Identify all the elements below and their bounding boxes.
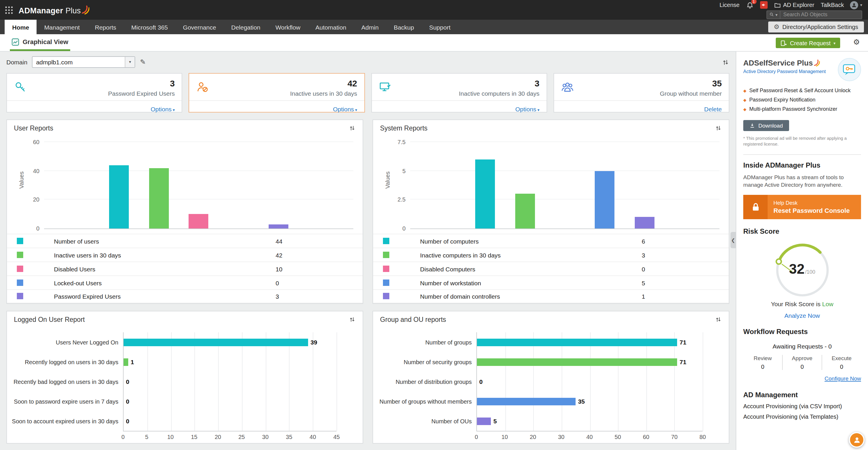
graphical-view-tab[interactable]: Graphical View: [10, 34, 70, 51]
sidebar-collapse-handle[interactable]: ❮: [731, 232, 736, 248]
x-tick-label: 5: [145, 434, 148, 440]
refresh-icon[interactable]: [715, 125, 722, 132]
tab-workflow[interactable]: Workflow: [268, 20, 308, 34]
tab-reports[interactable]: Reports: [87, 20, 124, 34]
chart-legend: Number of computers6Inactive computers i…: [373, 234, 729, 303]
bar-slot: [595, 142, 615, 228]
tab-home[interactable]: Home: [5, 20, 36, 34]
tab-governance[interactable]: Governance: [176, 20, 224, 34]
legend-value: 0: [642, 265, 729, 272]
tab-backup[interactable]: Backup: [386, 20, 422, 34]
ad-management-link-account-provisioning-via-templates[interactable]: Account Provisioning (via Templates): [743, 414, 861, 420]
legend-swatch-cell: [17, 291, 54, 301]
refresh-icon[interactable]: [715, 316, 722, 323]
app-launcher-icon[interactable]: [5, 5, 13, 14]
workflow-column-label: Execute: [822, 355, 861, 361]
talkback-link[interactable]: TalkBack: [821, 2, 844, 8]
bar-inactive-computers-in-30-days[interactable]: [515, 194, 535, 228]
bar-number-of-computers[interactable]: [475, 159, 495, 228]
card-action-link[interactable]: Options ▾: [151, 105, 175, 112]
floating-user-button[interactable]: [849, 432, 865, 448]
bar-recently-logged-on-users-in-30-days[interactable]: [124, 358, 128, 366]
refresh-dashboard-icon[interactable]: [722, 58, 729, 66]
bar-number-of-users[interactable]: [109, 165, 129, 228]
card-action-link[interactable]: Options ▾: [515, 105, 539, 112]
reset-password-console-label: Reset Password Console: [773, 207, 861, 214]
promo-feature-list: ◆Self Password Reset & Self Account Unlo…: [743, 88, 861, 112]
tab-management[interactable]: Management: [36, 20, 87, 34]
refresh-icon[interactable]: [349, 316, 356, 323]
bar-number-of-security-groups[interactable]: [477, 358, 677, 366]
ad-explorer-link[interactable]: AD Explorer: [774, 1, 814, 8]
inactive-user-icon: [196, 81, 209, 93]
bar-number-of-ous[interactable]: [477, 417, 491, 425]
page-settings-gear-icon[interactable]: ⚙: [853, 38, 860, 46]
tab-admin[interactable]: Admin: [354, 20, 386, 34]
configure-now-link[interactable]: Configure Now: [743, 375, 861, 382]
license-link[interactable]: License: [719, 2, 740, 8]
summary-card-inactive-computers-in-30-days: 3Inactive computers in 30 daysOptions ▾: [371, 73, 547, 112]
chart-row-soon-to-account-expired-users-in-30-days: Soon to account expired users in 30 days…: [124, 411, 337, 431]
legend-swatch: [17, 237, 23, 244]
analyze-now-link[interactable]: Analyze Now: [743, 312, 861, 319]
tab-delegation[interactable]: Delegation: [224, 20, 268, 34]
diamond-bullet-icon: ◆: [743, 97, 746, 103]
directory-application-settings-button[interactable]: ⚙ Directory/Application Settings: [768, 22, 864, 32]
legend-row: Number of domain controllers1: [373, 289, 729, 303]
category-label: Users Never Logged On: [56, 339, 118, 345]
bar-number-of-groups-without-members[interactable]: [477, 397, 576, 405]
risk-level: Low: [822, 300, 834, 307]
bar-password-expired-users[interactable]: [269, 224, 288, 228]
x-tick-label: 10: [501, 434, 508, 440]
bar-number-of-groups[interactable]: [477, 339, 677, 346]
logo-swoosh-icon: [814, 59, 820, 68]
tab-automation[interactable]: Automation: [308, 20, 354, 34]
bar-number-of-workstation[interactable]: [595, 171, 615, 228]
bar-disabled-users[interactable]: [189, 214, 209, 228]
refresh-icon[interactable]: [349, 125, 356, 132]
help-desk-banner[interactable]: Help Desk Reset Password Console: [743, 195, 861, 219]
edit-domain-icon[interactable]: ✎: [140, 59, 146, 66]
ad-management-link-account-provisioning-via-csv-import[interactable]: Account Provisioning (via CSV Import): [743, 403, 861, 409]
help-desk-banner-text: Help Desk Reset Password Console: [768, 195, 861, 219]
legend-swatch: [383, 279, 389, 286]
panel-title: User Reports: [14, 125, 53, 132]
legend-swatch: [383, 237, 389, 244]
y-tick-label: 60: [33, 139, 39, 145]
app-logo[interactable]: ADManager Plus: [19, 4, 89, 15]
card-action-link[interactable]: Options ▾: [333, 105, 357, 112]
risk-score-denominator: /100: [805, 269, 815, 275]
ad-management-title: AD Management: [743, 391, 861, 399]
workflow-column-execute: Execute0: [822, 355, 861, 370]
announcement-icon[interactable]: [760, 1, 767, 9]
help-desk-label: Help Desk: [773, 200, 861, 206]
x-tick-label: 45: [333, 434, 340, 440]
bar-number-of-domain-controllers[interactable]: [635, 217, 654, 228]
bar-chart-horizontal: Number of groups71Number of security gro…: [373, 326, 729, 443]
workflow-column-label: Review: [743, 355, 782, 361]
promo-feature-text: Password Expiry Notification: [749, 97, 815, 103]
download-button[interactable]: Download: [743, 120, 789, 131]
domain-select[interactable]: admplb1.com ▾: [32, 56, 135, 68]
notifications-bell-icon[interactable]: 1: [746, 1, 753, 9]
adssp-title[interactable]: ADSelfService Plus: [743, 58, 826, 67]
tab-support[interactable]: Support: [422, 20, 458, 34]
user-menu[interactable]: ▾: [850, 1, 862, 9]
legend-value: 44: [276, 237, 363, 245]
search-input[interactable]: [780, 11, 862, 18]
bar-inactive-users-in-30-days[interactable]: [149, 168, 168, 228]
workflow-column-review: Review0: [743, 355, 782, 370]
create-request-button[interactable]: Create Request ▾: [776, 38, 840, 48]
card-action-link[interactable]: Delete: [704, 105, 722, 112]
card-value: 3: [27, 79, 175, 88]
x-tick-label: 60: [643, 434, 649, 440]
bar-chart: Values0204060: [7, 135, 363, 229]
bar-users-never-logged-on[interactable]: [124, 339, 308, 346]
tab-microsoft-365[interactable]: Microsoft 365: [124, 20, 176, 34]
legend-label: Password Expired Users: [54, 293, 276, 300]
search-scope-selector[interactable]: ▾: [767, 11, 780, 18]
lock-icon: [743, 195, 768, 219]
legend-label: Locked-out Users: [54, 279, 276, 286]
top-bar: ADManager Plus License 1 AD Explorer Tal…: [0, 0, 868, 20]
workflow-columns: Review0Approve0Execute0: [743, 355, 861, 370]
